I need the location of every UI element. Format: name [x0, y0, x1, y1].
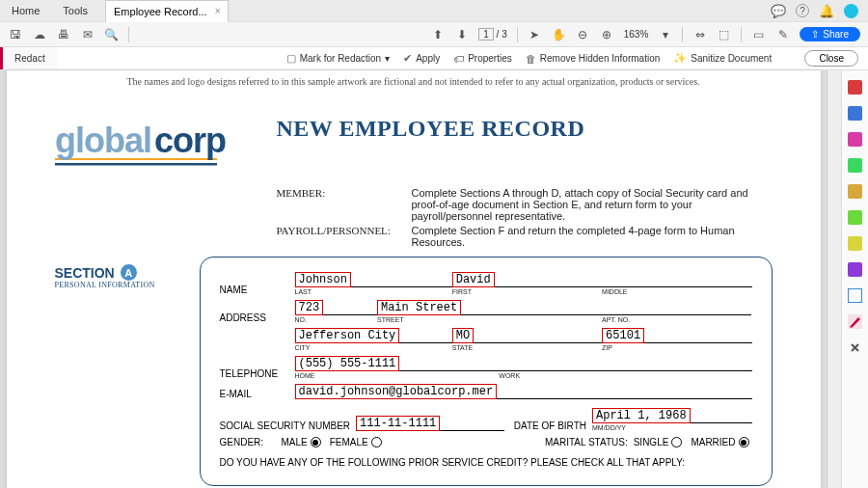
ssn-label: SOCIAL SECURITY NUMBER — [220, 420, 351, 431]
tel-home-value: (555) 555-1111 — [295, 356, 400, 371]
share-icon: ⇧ — [811, 29, 819, 40]
toolbar: 🖫 ☁ 🖶 ✉ 🔍 ⬆ ⬇ 1 / 3 ➤ ✋ ⊖ ⊕ 163% ▾ ⇔ ⬚ ▭… — [0, 22, 868, 47]
addr-state-value: MO — [452, 328, 474, 343]
payroll-text: Complete Section F and return the comple… — [412, 225, 773, 248]
help-icon[interactable]: ? — [796, 4, 809, 17]
section-subtitle: PERSONAL INFORMATION — [55, 281, 200, 289]
company-logo: globalcorp — [55, 116, 248, 177]
redact-tab[interactable]: Redact — [0, 47, 57, 69]
properties-button[interactable]: 🏷Properties — [453, 52, 512, 65]
chevron-down-icon: ▾ — [385, 53, 390, 64]
email-label: E-MAIL — [220, 389, 295, 399]
document-tab-label: Employee Record... — [114, 6, 207, 17]
cloud-icon[interactable]: ☁ — [32, 27, 46, 41]
name-label: NAME — [220, 285, 295, 295]
separator — [741, 27, 742, 42]
scrollbar[interactable] — [827, 70, 841, 488]
avatar[interactable] — [844, 4, 858, 18]
save-icon[interactable]: 🖫 — [8, 27, 22, 41]
edit-tool-icon[interactable] — [848, 132, 862, 147]
home-tab[interactable]: Home — [0, 5, 51, 16]
share-button[interactable]: ⇧ Share — [800, 27, 860, 41]
svg-rect-8 — [848, 184, 862, 199]
sanitize-button[interactable]: ✨Sanitize Document — [673, 52, 772, 65]
svg-rect-4 — [848, 80, 862, 95]
member-label: MEMBER: — [277, 187, 412, 222]
form-panel: NAME JohnsonLAST DavidFIRST MIDDLE ADDRE… — [200, 257, 773, 486]
apply-button[interactable]: ✔Apply — [403, 52, 440, 65]
mark-icon: ▢ — [286, 52, 296, 65]
fit-page-icon[interactable]: ⬚ — [717, 27, 731, 41]
ssn-value: 111-11-1111 — [356, 416, 440, 431]
page-up-icon[interactable]: ⬆ — [430, 27, 445, 41]
dob-label: DATE OF BIRTH — [514, 420, 586, 431]
gear-icon: 🏷 — [453, 53, 464, 65]
close-tab-icon[interactable]: × — [215, 6, 221, 16]
document-area: The names and logo designs referred to i… — [0, 70, 868, 488]
marital-married-radio[interactable] — [739, 437, 749, 447]
svg-text:global: global — [55, 121, 151, 160]
email-value: david.johnson@globalcorp.mer — [295, 384, 498, 399]
dob-value: April 1, 1968 — [592, 408, 691, 423]
svg-rect-11 — [848, 262, 862, 277]
zoom-level[interactable]: 163% — [624, 29, 649, 40]
addr-no-value: 723 — [295, 300, 324, 315]
zoom-out-icon[interactable]: ⊖ — [576, 27, 590, 41]
svg-rect-1 — [55, 163, 217, 166]
pointer-icon[interactable]: ➤ — [528, 27, 542, 41]
last-name-value: Johnson — [295, 272, 351, 287]
redact-tool-icon[interactable] — [848, 314, 862, 329]
svg-rect-6 — [848, 132, 862, 147]
chevron-down-icon[interactable]: ▾ — [658, 27, 672, 41]
svg-rect-7 — [848, 158, 862, 173]
marital-single-radio[interactable] — [671, 437, 682, 447]
close-button[interactable]: Close — [804, 50, 858, 67]
combine-tool-icon[interactable] — [848, 158, 862, 173]
highlight-icon[interactable]: ▭ — [751, 27, 766, 41]
svg-rect-5 — [848, 106, 862, 121]
search-icon[interactable]: 🔍 — [104, 27, 119, 41]
compress-tool-icon[interactable] — [848, 210, 862, 225]
bell-icon[interactable]: 🔔 — [819, 4, 834, 18]
zoom-in-icon[interactable]: ⊕ — [600, 27, 614, 41]
document-page: The names and logo designs referred to i… — [7, 70, 821, 488]
menu-bar: Home Tools Employee Record... × 💬 ? 🔔 — [0, 0, 868, 22]
chat-icon[interactable]: 💬 — [771, 4, 786, 18]
pen-icon[interactable]: ✎ — [775, 27, 790, 41]
svg-rect-10 — [848, 236, 862, 251]
comment-tool-icon[interactable] — [848, 236, 862, 251]
fit-width-icon[interactable]: ⇔ — [692, 27, 707, 41]
section-heading: SECTIONA PERSONAL INFORMATION — [55, 257, 200, 486]
export-tool-icon[interactable] — [848, 106, 862, 121]
pdf-tool-icon[interactable] — [848, 80, 862, 95]
address-label: ADDRESS — [220, 312, 295, 323]
print-icon[interactable]: 🖶 — [56, 27, 70, 41]
organize-tool-icon[interactable] — [848, 184, 862, 199]
disclaimer-text: The names and logo designs referred to i… — [7, 70, 821, 93]
instructions: MEMBER: Complete Sections A through D, a… — [7, 187, 821, 257]
more-tool-icon[interactable] — [848, 340, 862, 355]
remove-hidden-button[interactable]: 🗑Remove Hidden Information — [526, 52, 661, 65]
gender-label: GENDER: — [220, 437, 282, 447]
tools-tab[interactable]: Tools — [51, 5, 99, 16]
hand-icon[interactable]: ✋ — [552, 27, 566, 41]
gender-male-radio[interactable] — [311, 437, 321, 447]
document-tab[interactable]: Employee Record... × — [105, 0, 229, 22]
mark-redaction-button[interactable]: ▢Mark for Redaction▾ — [286, 52, 390, 65]
brush-icon: ✨ — [673, 52, 687, 65]
page-current[interactable]: 1 — [478, 28, 494, 41]
separator — [128, 27, 129, 42]
page-indicator: 1 / 3 — [478, 29, 506, 40]
mail-icon[interactable]: ✉ — [80, 27, 95, 41]
member-text: Complete Sections A through D, attach co… — [412, 187, 773, 222]
addr-street-value: Main Street — [377, 300, 461, 315]
separator — [517, 27, 518, 42]
first-name-value: David — [452, 272, 495, 287]
page-down-icon[interactable]: ⬇ — [454, 27, 469, 41]
gender-female-radio[interactable] — [371, 437, 382, 447]
fill-sign-tool-icon[interactable] — [848, 262, 862, 277]
telephone-label: TELEPHONE — [220, 368, 295, 379]
protect-tool-icon[interactable] — [848, 288, 862, 303]
trash-icon: 🗑 — [526, 53, 536, 65]
separator — [682, 27, 683, 42]
